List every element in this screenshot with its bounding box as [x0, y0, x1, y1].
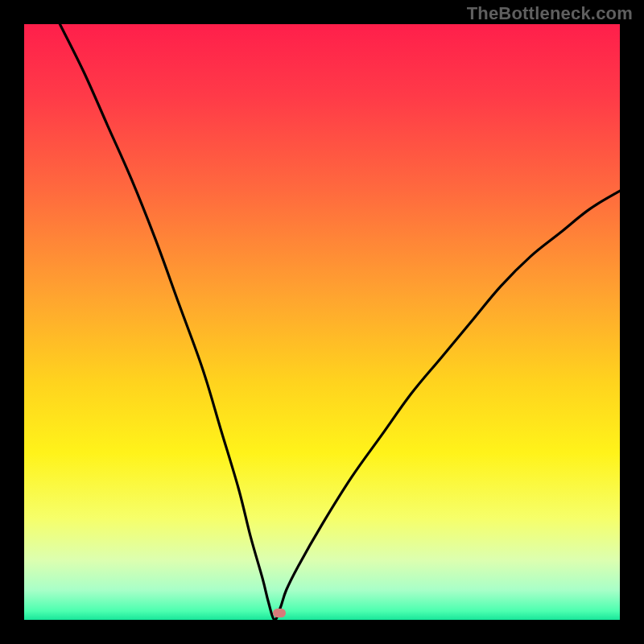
- chart-svg: [24, 24, 620, 620]
- chart-frame: TheBottleneck.com: [0, 0, 644, 644]
- gradient-rect: [24, 24, 620, 620]
- minimum-marker: [273, 609, 286, 617]
- watermark-text: TheBottleneck.com: [467, 3, 633, 24]
- plot-area: [24, 24, 620, 620]
